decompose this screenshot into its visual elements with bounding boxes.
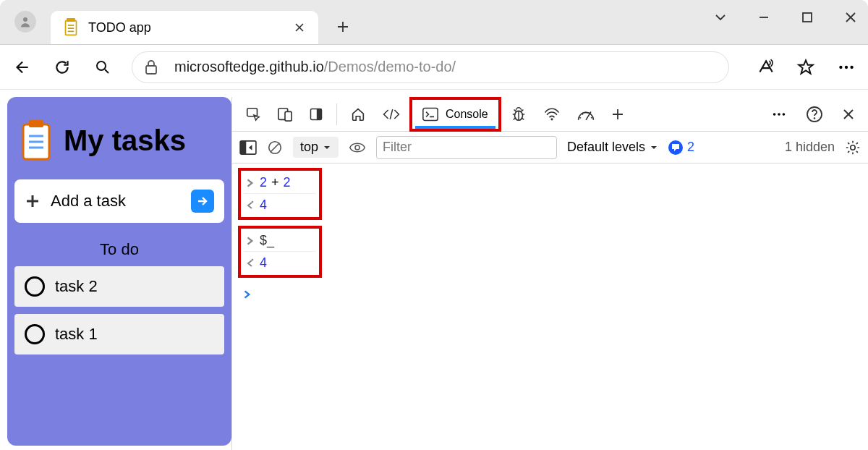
more-tabs-icon[interactable] (604, 100, 631, 129)
address-bar[interactable]: microsoftedge.github.io/Demos/demo-to-do… (132, 51, 729, 83)
svg-rect-31 (240, 140, 246, 153)
svg-point-25 (773, 113, 776, 116)
context-label: top (300, 140, 318, 155)
plus-icon (25, 193, 41, 209)
svg-point-33 (355, 145, 359, 150)
svg-point-7 (97, 61, 106, 70)
clipboard-icon (20, 120, 52, 161)
issues-count: 2 (687, 140, 694, 155)
url-path: /Demos/demo-to-do/ (324, 59, 456, 75)
svg-point-11 (850, 65, 853, 68)
svg-rect-13 (29, 120, 43, 127)
clear-console-icon[interactable] (267, 140, 283, 156)
browser-tab[interactable]: TODO app (51, 11, 318, 44)
performance-icon[interactable] (569, 100, 603, 129)
dock-side-icon[interactable] (302, 100, 331, 129)
console-tab-highlight: Console (409, 97, 501, 132)
console-icon (422, 107, 438, 122)
svg-rect-22 (423, 108, 438, 120)
devtools-panel: Console top Default levels (231, 97, 868, 450)
svg-point-24 (550, 118, 553, 120)
search-button[interactable] (91, 56, 114, 79)
devtools-close-icon[interactable] (835, 100, 862, 129)
window-dropdown-icon[interactable] (710, 7, 731, 27)
token: 4 (260, 198, 267, 213)
svg-rect-2 (67, 18, 75, 22)
svg-point-27 (783, 113, 786, 116)
profile-avatar[interactable] (14, 11, 36, 33)
console-body[interactable]: 2+2 4 $_ 4 (232, 164, 868, 450)
task-label: task 1 (55, 325, 98, 344)
favorite-button[interactable] (794, 56, 817, 79)
add-task-submit-button[interactable] (191, 190, 214, 213)
task-label: task 2 (55, 277, 98, 296)
issues-button[interactable]: 2 (668, 140, 694, 155)
sources-bug-icon[interactable] (503, 100, 535, 129)
svg-rect-21 (317, 109, 322, 119)
console-input-line: $_ (244, 230, 316, 252)
inspect-element-icon[interactable] (238, 100, 268, 129)
new-tab-button[interactable] (328, 12, 357, 41)
svg-point-36 (252, 259, 254, 261)
console-settings-icon[interactable] (845, 140, 861, 156)
console-sidebar-toggle-icon[interactable] (239, 140, 257, 155)
task-item[interactable]: task 2 (14, 266, 224, 307)
console-output-line: 4 (244, 252, 316, 273)
add-task-label: Add a task (51, 192, 126, 211)
token: 2 (284, 175, 291, 190)
console-output-line: 4 (244, 194, 316, 216)
svg-point-35 (252, 201, 254, 203)
hidden-label[interactable]: 1 hidden (785, 140, 835, 155)
svg-rect-19 (285, 111, 292, 121)
notepad-favicon-icon (64, 18, 78, 37)
page-title: My tasks (64, 124, 186, 157)
svg-point-29 (814, 117, 816, 119)
console-filter-input[interactable] (376, 136, 557, 159)
console-prompt[interactable] (238, 284, 862, 305)
svg-rect-8 (146, 66, 156, 74)
back-button[interactable] (10, 56, 33, 79)
console-toolbar: top Default levels 2 1 hidden (232, 132, 868, 164)
url-host: microsoftedge.github.io (174, 59, 324, 75)
token: + (271, 175, 279, 190)
context-select[interactable]: top (293, 137, 339, 158)
window-maximize-icon[interactable] (797, 7, 817, 27)
levels-label: Default levels (567, 140, 645, 155)
console-tab-label: Console (446, 108, 488, 121)
console-group-highlight: $_ 4 (238, 226, 322, 278)
console-tab[interactable]: Console (412, 100, 498, 129)
svg-point-9 (839, 65, 842, 68)
browser-titlebar: TODO app (0, 0, 868, 45)
log-levels-select[interactable]: Default levels (567, 140, 658, 155)
network-icon[interactable] (536, 100, 568, 129)
window-controls (710, 7, 861, 27)
svg-point-0 (23, 17, 27, 22)
console-input-line: 2+2 (244, 172, 316, 194)
task-item[interactable]: task 1 (14, 314, 224, 355)
devtools-help-icon[interactable] (799, 100, 830, 129)
task-checkbox-icon[interactable] (25, 324, 45, 344)
tab-close-icon[interactable] (294, 22, 305, 33)
tab-title: TODO app (88, 20, 151, 35)
device-toggle-icon[interactable] (270, 100, 300, 129)
section-label: To do (14, 240, 224, 259)
issue-bubble-icon (668, 140, 683, 155)
devtools-tabbar: Console (232, 97, 868, 132)
svg-point-34 (851, 145, 855, 149)
read-aloud-button[interactable] (754, 56, 777, 79)
token: $_ (260, 233, 274, 248)
token: 2 (260, 175, 267, 190)
more-button[interactable] (835, 56, 858, 79)
lock-icon (144, 59, 158, 75)
window-minimize-icon[interactable] (754, 7, 774, 27)
svg-point-26 (778, 113, 780, 116)
welcome-tab-icon[interactable] (343, 100, 373, 129)
devtools-more-icon[interactable] (764, 100, 794, 129)
window-close-icon[interactable] (841, 7, 861, 27)
add-task-input[interactable]: Add a task (14, 179, 224, 223)
task-checkbox-icon[interactable] (25, 276, 45, 297)
refresh-button[interactable] (51, 56, 74, 79)
elements-tab-icon[interactable] (375, 100, 408, 129)
todo-page: My tasks Add a task To do task 2 task 1 (7, 97, 231, 446)
live-expression-icon[interactable] (349, 141, 366, 154)
